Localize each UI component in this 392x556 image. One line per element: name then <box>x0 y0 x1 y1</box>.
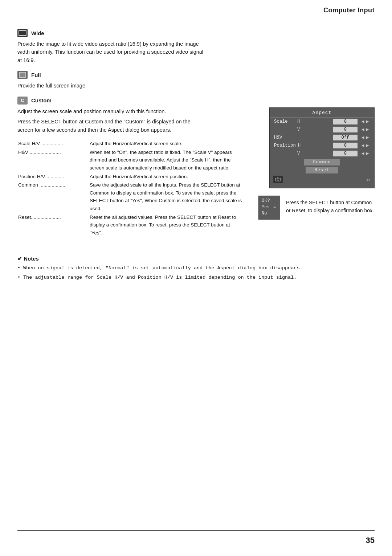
page-title: Computer Input <box>323 7 375 14</box>
content-area: Wide Provide the image to fit wide video… <box>0 18 392 294</box>
aspect-row-sublabel: V <box>297 127 303 132</box>
aspect-row-arrows[interactable]: ◄► <box>360 143 370 148</box>
desc-row: Reset......................Reset the all… <box>18 213 243 237</box>
full-heading: Full <box>17 71 375 79</box>
custom-intro1: Adjust the screen scale and position man… <box>17 107 206 115</box>
aspect-dialog-row: PositionH0◄► <box>270 142 374 150</box>
notes-list: When no signal is detected, "Normal" is … <box>17 264 375 281</box>
desc-definition: Adjust the Horizontal/Vertical screen sc… <box>90 140 243 148</box>
custom-left: Adjust the screen scale and position man… <box>17 107 244 238</box>
svg-rect-2 <box>277 177 278 178</box>
custom-title: Custom <box>31 97 52 103</box>
desc-term: Common ................... <box>18 181 89 212</box>
page-header: Computer Input <box>0 0 392 18</box>
desc-term: Scale H/V ................ <box>18 140 89 148</box>
svg-point-1 <box>277 179 279 180</box>
desc-definition: Save the adjusted scale to all the input… <box>90 181 243 212</box>
aspect-footer: ↵ <box>270 173 374 184</box>
notes-item: The adjustable range for Scale H/V and P… <box>17 274 375 282</box>
desc-definition: When set to "On", the aspect ratio is fi… <box>90 148 243 172</box>
desc-row: H&V .......................When set to "… <box>18 148 243 172</box>
no-row: No <box>262 211 277 216</box>
wide-title: Wide <box>31 30 44 36</box>
aspect-dialog-row: V0◄► <box>270 150 374 158</box>
reset-button[interactable]: Reset <box>306 167 338 173</box>
desc-definition: Reset the all adjusted values. Press the… <box>90 213 243 237</box>
yes-label: Yes <box>262 205 272 210</box>
aspect-row-sublabel: H <box>298 143 304 148</box>
reset-button-row: Reset <box>270 167 374 173</box>
aspect-dialog: Aspect ScaleH0◄►V0◄►H&VOff◄►PositionH0◄►… <box>269 107 375 188</box>
wide-body: Provide the image to fit wide video aspe… <box>17 40 206 64</box>
confirm-text: Press the SELECT button at Common or Res… <box>286 199 375 215</box>
desc-row: Scale H/V ................Adjust the Hor… <box>18 140 243 148</box>
aspect-row-sublabel: V <box>297 151 303 156</box>
aspect-row-label: H&V <box>274 135 295 140</box>
desc-row: Position H/V .............Adjust the Hor… <box>18 173 243 181</box>
desc-term: H&V ....................... <box>18 148 89 172</box>
aspect-dialog-row: V0◄► <box>270 126 374 134</box>
aspect-row-label: Position <box>274 143 296 148</box>
common-button-row: Common <box>270 159 374 165</box>
custom-intro2: Press the SELECT button at Custom and th… <box>17 118 206 134</box>
aspect-row-arrows[interactable]: ◄► <box>360 151 370 156</box>
no-label: No <box>262 211 272 216</box>
enter-icon: ↵ <box>366 177 371 183</box>
wide-icon <box>17 29 28 37</box>
ok-section: OK? Yes ↵ No Press the SELECT button at … <box>258 196 375 220</box>
page-container: Computer Input Wide Provide the image to… <box>0 0 392 556</box>
ok-title: OK? <box>262 198 277 203</box>
aspect-row-sublabel: H <box>297 119 303 124</box>
aspect-dialog-title: Aspect <box>270 108 374 118</box>
notes-title: ✔ Notes <box>17 255 375 262</box>
yes-row: Yes ↵ <box>262 205 277 210</box>
bottom-rule <box>17 530 375 531</box>
desc-term: Position H/V ............. <box>18 173 89 181</box>
aspect-row-value: 0 <box>333 119 358 124</box>
notes-item: When no signal is detected, "Normal" is … <box>17 264 375 272</box>
aspect-row-value: Off <box>333 135 358 140</box>
page-number: 35 <box>366 536 375 545</box>
full-body: Provide the full screen image. <box>17 82 206 90</box>
full-title: Full <box>31 72 41 78</box>
aspect-row-arrows[interactable]: ◄► <box>360 127 370 132</box>
aspect-row-value: 0 <box>333 127 358 132</box>
custom-icon: C <box>17 97 28 105</box>
camera-icon <box>273 176 283 183</box>
aspect-row-arrows[interactable]: ◄► <box>360 135 370 140</box>
desc-term: Reset...................... <box>18 213 89 237</box>
custom-heading: C Custom <box>17 97 375 105</box>
desc-row: Common ...................Save the adjus… <box>18 181 243 212</box>
custom-right: Aspect ScaleH0◄►V0◄►H&VOff◄►PositionH0◄►… <box>258 107 375 238</box>
desc-definition: Adjust the Horizontal/Vertical screen po… <box>90 173 243 181</box>
full-icon <box>17 71 28 79</box>
desc-list: Scale H/V ................Adjust the Hor… <box>17 139 244 237</box>
wide-heading: Wide <box>17 29 375 37</box>
aspect-row-label: Scale <box>274 119 295 124</box>
notes-section: ✔ Notes When no signal is detected, "Nor… <box>17 252 375 281</box>
aspect-dialog-row: ScaleH0◄► <box>270 118 374 126</box>
ok-enter-icon: ↵ <box>273 205 277 210</box>
common-button[interactable]: Common <box>304 159 339 165</box>
aspect-row-arrows[interactable]: ◄► <box>360 119 370 124</box>
aspect-dialog-row: H&VOff◄► <box>270 134 374 142</box>
aspect-row-value: 0 <box>333 151 358 156</box>
aspect-row-value: 0 <box>333 143 358 148</box>
ok-dialog: OK? Yes ↵ No <box>258 196 280 220</box>
custom-section: Adjust the screen scale and position man… <box>17 107 375 238</box>
